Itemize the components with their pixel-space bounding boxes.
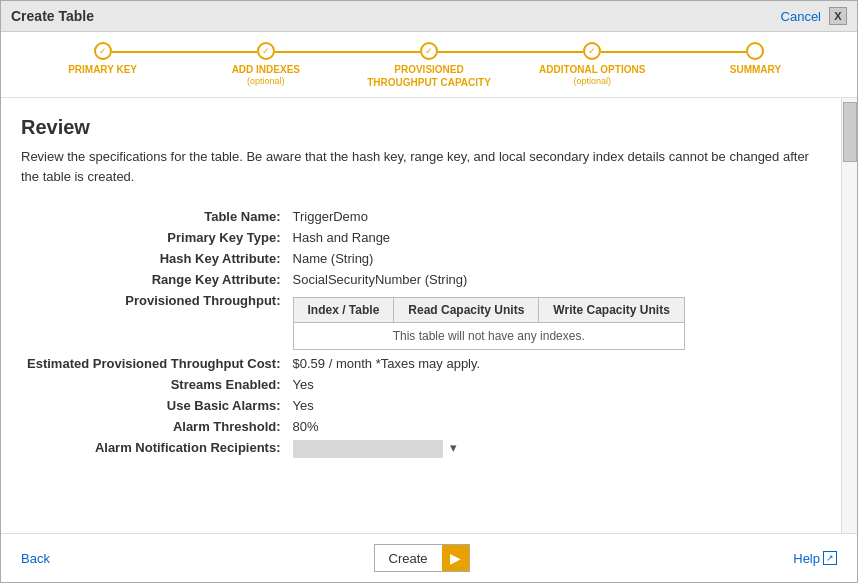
use-basic-alarms-label: Use Basic Alarms: (21, 395, 287, 416)
range-key-value: SocialSecurityNumber (String) (287, 269, 821, 290)
step-icon-primary-key: ✓ (94, 42, 112, 60)
step-label-additional-options: ADDITONAL OPTIONS (539, 63, 645, 76)
page-heading: Review (21, 116, 821, 139)
read-capacity-header: Read Capacity Units (394, 298, 539, 323)
range-key-label: Range Key Attribute: (21, 269, 287, 290)
step-summary: SUMMARY (674, 42, 837, 76)
alarm-threshold-label: Alarm Threshold: (21, 416, 287, 437)
no-indexes-row: This table will not have any indexes. (293, 323, 684, 350)
write-capacity-header: Write Capacity Units (539, 298, 684, 323)
hash-key-label: Hash Key Attribute: (21, 248, 287, 269)
dialog-footer: Back Create ▶ Help ↗ (1, 533, 857, 582)
wizard-steps: ✓ PRIMARY KEY ✓ ADD INDEXES (optional) ✓… (1, 32, 857, 98)
capacity-table-header-row: Index / Table Read Capacity Units Write … (293, 298, 684, 323)
primary-key-type-row: Primary Key Type: Hash and Range (21, 227, 821, 248)
alarm-threshold-value: 80% (287, 416, 821, 437)
create-button-label: Create (375, 546, 442, 571)
review-description: Review the specifications for the table.… (21, 147, 821, 186)
index-table-header: Index / Table (293, 298, 394, 323)
alarm-notification-input[interactable] (293, 440, 443, 458)
hash-key-row: Hash Key Attribute: Name (String) (21, 248, 821, 269)
step-icon-summary (746, 42, 764, 60)
step-label-summary: SUMMARY (730, 63, 781, 76)
dialog-header: Create Table Cancel X (1, 1, 857, 32)
info-table: Table Name: TriggerDemo Primary Key Type… (21, 206, 821, 461)
streams-enabled-row: Streams Enabled: Yes (21, 374, 821, 395)
range-key-row: Range Key Attribute: SocialSecurityNumbe… (21, 269, 821, 290)
provisioned-throughput-value: Index / Table Read Capacity Units Write … (287, 290, 821, 353)
provisioned-throughput-row: Provisioned Throughput: Index / Table Re… (21, 290, 821, 353)
step-icon-provisioned: ✓ (420, 42, 438, 60)
alarm-threshold-row: Alarm Threshold: 80% (21, 416, 821, 437)
capacity-table: Index / Table Read Capacity Units Write … (293, 297, 685, 350)
table-name-row: Table Name: TriggerDemo (21, 206, 821, 227)
alarm-notification-row: Alarm Notification Recipients: ▾ (21, 437, 821, 461)
main-content: Review Review the specifications for the… (1, 98, 841, 533)
step-label-add-indexes: ADD INDEXES (232, 63, 300, 76)
use-basic-alarms-value: Yes (287, 395, 821, 416)
provisioned-throughput-label: Provisioned Throughput: (21, 290, 287, 353)
help-external-icon: ↗ (823, 551, 837, 565)
primary-key-type-value: Hash and Range (287, 227, 821, 248)
dialog-title: Create Table (11, 8, 94, 24)
table-name-value: TriggerDemo (287, 206, 821, 227)
use-basic-alarms-row: Use Basic Alarms: Yes (21, 395, 821, 416)
step-sublabel-additional-options: (optional) (573, 76, 611, 86)
step-icon-additional-options: ✓ (583, 42, 601, 60)
step-primary-key: ✓ PRIMARY KEY (21, 42, 184, 76)
help-label: Help (793, 551, 820, 566)
primary-key-type-label: Primary Key Type: (21, 227, 287, 248)
create-table-dialog: Create Table Cancel X ✓ PRIMARY KEY ✓ AD… (0, 0, 858, 583)
help-link[interactable]: Help ↗ (793, 551, 837, 566)
streams-enabled-value: Yes (287, 374, 821, 395)
create-button-arrow-icon: ▶ (442, 545, 469, 571)
streams-enabled-label: Streams Enabled: (21, 374, 287, 395)
alarm-notification-label: Alarm Notification Recipients: (21, 437, 287, 461)
step-sublabel-add-indexes: (optional) (247, 76, 285, 86)
cancel-link[interactable]: Cancel (781, 9, 821, 24)
header-actions: Cancel X (781, 7, 847, 25)
estimated-cost-row: Estimated Provisioned Throughput Cost: $… (21, 353, 821, 374)
step-label-provisioned: PROVISIONEDTHROUGHPUT CAPACITY (367, 63, 491, 89)
hash-key-value: Name (String) (287, 248, 821, 269)
dropdown-arrow-icon: ▾ (450, 440, 457, 455)
back-button[interactable]: Back (21, 551, 50, 566)
step-icon-add-indexes: ✓ (257, 42, 275, 60)
scrollbar-thumb[interactable] (843, 102, 857, 162)
alarm-notification-value: ▾ (287, 437, 821, 461)
create-button[interactable]: Create ▶ (374, 544, 470, 572)
dialog-body: Review Review the specifications for the… (1, 98, 857, 533)
step-provisioned: ✓ PROVISIONEDTHROUGHPUT CAPACITY (347, 42, 510, 89)
scrollbar[interactable] (841, 98, 857, 533)
table-name-label: Table Name: (21, 206, 287, 227)
step-additional-options: ✓ ADDITONAL OPTIONS (optional) (511, 42, 674, 86)
estimated-cost-label: Estimated Provisioned Throughput Cost: (21, 353, 287, 374)
step-add-indexes: ✓ ADD INDEXES (optional) (184, 42, 347, 86)
no-indexes-message: This table will not have any indexes. (293, 323, 684, 350)
estimated-cost-value: $0.59 / month *Taxes may apply. (287, 353, 821, 374)
close-button[interactable]: X (829, 7, 847, 25)
step-label-primary-key: PRIMARY KEY (68, 63, 137, 76)
